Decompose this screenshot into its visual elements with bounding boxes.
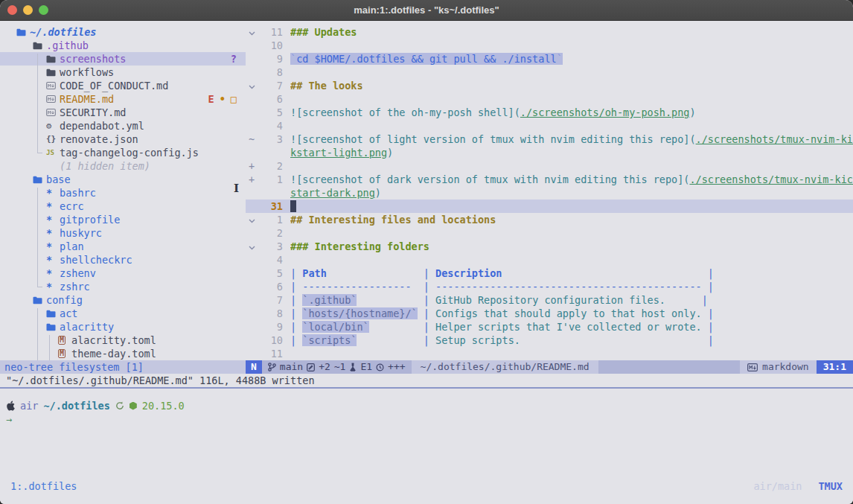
- line-number: 4: [258, 119, 283, 133]
- fold-chevron-icon: [249, 246, 255, 250]
- editor-line[interactable]: 6| ------------------ | ----------------…: [246, 280, 853, 293]
- line-number: 11: [258, 347, 283, 360]
- tree-label: ~/.dotfiles: [30, 25, 96, 39]
- window-title: main:1:.dotfiles - "ks~/.dotfiles": [354, 4, 499, 17]
- editor-line[interactable]: 1## Interesting files and locations: [246, 213, 853, 226]
- indent-guide-corner: [37, 287, 42, 287]
- editor-line[interactable]: +1![screenshot of dark version of tmux w…: [246, 173, 853, 186]
- tree-label: .github: [46, 39, 89, 52]
- line-number: 9: [258, 320, 283, 334]
- markdown-file-icon: [46, 109, 56, 116]
- tree-label: config: [46, 293, 83, 307]
- editor-line[interactable]: 11### Updates: [246, 25, 853, 39]
- editor-line[interactable]: ~3![screenshot of light version of tmux …: [246, 133, 853, 146]
- tree-label: alacritty: [60, 320, 114, 334]
- editor-line[interactable]: 4: [246, 253, 853, 267]
- close-button[interactable]: [7, 5, 17, 15]
- tmux-badge: TMUX: [818, 479, 843, 493]
- tree-label: README.md: [60, 92, 114, 106]
- editor-line[interactable]: 7## The looks: [246, 79, 853, 92]
- diagnostics-errors: E1: [360, 360, 372, 374]
- git-fetch-icon: [115, 401, 124, 410]
- line-number: 2: [258, 226, 283, 240]
- tree-row-.github[interactable]: .github: [0, 39, 246, 52]
- folder-icon: [33, 176, 42, 184]
- git-status-badge: E: [208, 92, 214, 106]
- tree-row--.dotfiles[interactable]: ~/.dotfiles: [0, 25, 246, 39]
- tree-row--1-hidden-item-[interactable]: (1 hidden item): [0, 159, 246, 173]
- editor-line[interactable]: 3### Interesting folders: [246, 240, 853, 253]
- indent-guide: [37, 308, 38, 360]
- line-number: 2: [258, 159, 283, 173]
- folder-icon: [33, 42, 42, 50]
- mode-indicator: N: [246, 360, 262, 374]
- tmux-status-bar: 1:.dotfiles air/main TMUX: [0, 479, 853, 493]
- file-edit-icon: [307, 363, 315, 371]
- shell-pane[interactable]: air ~/.dotfiles 20.15.0 →: [0, 389, 853, 426]
- tree-label: dependabot.yml: [60, 119, 144, 133]
- editor-panel: 11### Updates109`cd $HOME/.dotfiles && g…: [246, 21, 853, 374]
- editor-line[interactable]: 9`cd $HOME/.dotfiles && git pull && ./in…: [246, 52, 853, 66]
- gear-icon: ⚙: [46, 119, 51, 133]
- editor-line[interactable]: 11: [246, 347, 853, 360]
- line-number: 6: [258, 92, 283, 106]
- tree-label: bashrc: [60, 186, 96, 200]
- editor-line[interactable]: 5| Path | Description |: [246, 267, 853, 280]
- tree-label: screenshots: [60, 52, 126, 66]
- terminal-content: ~/.dotfiles.githubscreenshots?workflowsC…: [0, 21, 853, 504]
- folder-icon: [16, 28, 26, 36]
- star-icon: *: [46, 186, 52, 200]
- fold-chevron-icon: [249, 219, 255, 223]
- tmux-session-name: air/main: [753, 479, 802, 493]
- editor-line[interactable]: 5![screenshot of the oh-my-posh shell](.…: [246, 106, 853, 119]
- line-number: 9: [258, 52, 283, 66]
- tmux-window-tab[interactable]: 1:.dotfiles: [10, 479, 77, 493]
- editor-line[interactable]: +2: [246, 159, 853, 173]
- folder-icon: [33, 296, 42, 304]
- line-number: 31: [258, 200, 283, 213]
- line-number: 8: [258, 307, 283, 320]
- tree-label: CODE_OF_CONDUCT.md: [60, 79, 168, 92]
- indent-guide: [37, 54, 38, 153]
- fold-chevron-icon: [249, 31, 255, 36]
- line-number: 10: [258, 334, 283, 347]
- line-number: 11: [258, 25, 283, 39]
- editor-line[interactable]: 10| `scripts` | Setup scripts. |: [246, 334, 853, 347]
- editor-line[interactable]: 8: [246, 66, 853, 79]
- traffic-lights: [7, 0, 48, 20]
- indent-guide-corner: [37, 153, 42, 153]
- git-status-badge: •: [220, 92, 226, 106]
- editor-line[interactable]: 9| `local/bin` | Helper scripts that I'v…: [246, 320, 853, 334]
- line-number: 7: [258, 293, 283, 307]
- clock-icon: [376, 363, 384, 371]
- editor-line[interactable]: 6: [246, 92, 853, 106]
- editor-buffer[interactable]: 11### Updates109`cd $HOME/.dotfiles && g…: [246, 21, 853, 360]
- diff-modified: ~1: [334, 360, 346, 374]
- line-number: 4: [258, 253, 283, 267]
- star-icon: *: [46, 200, 52, 213]
- editor-line[interactable]: 2: [246, 226, 853, 240]
- zoom-button[interactable]: [39, 5, 48, 15]
- editor-line[interactable]: 4: [246, 119, 853, 133]
- editor-line[interactable]: 8| `hosts/{hostname}/` | Configs that sh…: [246, 307, 853, 320]
- editor-line[interactable]: 31: [246, 200, 853, 213]
- git-branch-icon: [268, 363, 276, 371]
- tree-label: plan: [60, 240, 84, 253]
- line-number: 8: [258, 66, 283, 79]
- editor-line[interactable]: 7| `.github` | GitHub Repository configu…: [246, 293, 853, 307]
- toml-icon: M: [58, 336, 66, 345]
- editor-line[interactable]: kstart-light.png): [246, 146, 853, 159]
- minimize-button[interactable]: [23, 5, 33, 15]
- tree-row-config[interactable]: config: [0, 293, 246, 307]
- filetype-label: markdown: [762, 360, 809, 374]
- tree-label: base: [46, 173, 71, 186]
- apple-icon: [6, 401, 15, 411]
- editor-line[interactable]: start-dark.png): [246, 186, 853, 200]
- node-version: 20.15.0: [142, 399, 185, 412]
- star-icon: *: [46, 226, 52, 240]
- file-tree: ~/.dotfiles.githubscreenshots?workflowsC…: [0, 21, 246, 360]
- tree-row-base[interactable]: base: [0, 173, 246, 186]
- star-icon: *: [46, 267, 52, 280]
- line-number: 6: [258, 280, 283, 293]
- editor-line[interactable]: 10: [246, 39, 853, 52]
